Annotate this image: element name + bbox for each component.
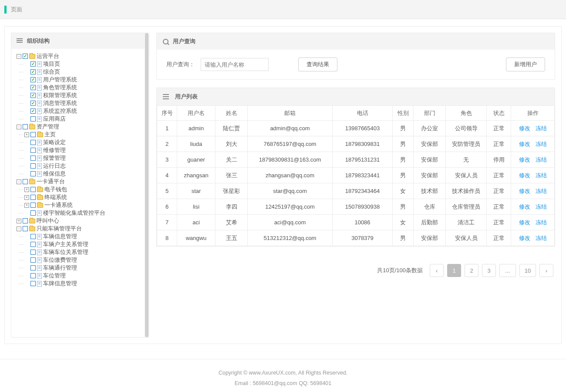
tree-item-label[interactable]: 一卡通平台 <box>37 178 65 186</box>
tree-item-label[interactable]: 消息管理系统 <box>43 99 77 107</box>
tree-checkbox[interactable] <box>30 116 36 122</box>
tree-item-label[interactable]: 维修管理 <box>43 146 66 154</box>
tree-checkbox[interactable] <box>23 218 28 223</box>
file-icon <box>37 242 42 247</box>
tree-checkbox[interactable] <box>30 242 36 247</box>
tree-checkbox[interactable] <box>30 273 36 278</box>
tree-item-label[interactable]: 维保信息 <box>43 170 66 178</box>
tree-item-label[interactable]: 一卡通系统 <box>44 201 73 209</box>
tree-checkbox[interactable] <box>23 179 28 184</box>
tree-item-label[interactable]: 车辆户主关系管理 <box>43 240 88 248</box>
tree-item-label[interactable]: 车位管理 <box>43 272 66 280</box>
tree-item-label[interactable]: 呼叫中心 <box>37 217 59 225</box>
tree-item-label[interactable]: 用户管理系统 <box>43 76 77 84</box>
tree-checkbox[interactable] <box>30 155 36 161</box>
org-tree[interactable]: -运营平台项目页综合页用户管理系统角色管理系统权限管理系统消息管理系统系统监控系… <box>14 52 146 287</box>
tree-checkbox[interactable] <box>30 265 36 270</box>
tree-item-label[interactable]: 车位缴费管理 <box>43 256 77 264</box>
tree-item-label[interactable]: 系统监控系统 <box>43 107 77 115</box>
pager-page[interactable]: 1 <box>447 264 461 277</box>
scrollbar[interactable] <box>145 33 149 337</box>
edit-link[interactable]: 修改 <box>519 235 530 241</box>
scrollbar-thumb[interactable] <box>145 33 148 337</box>
tree-checkbox[interactable] <box>23 226 28 231</box>
pager-page[interactable]: 10 <box>519 264 536 277</box>
search-input[interactable] <box>201 58 269 71</box>
freeze-link[interactable]: 冻结 <box>536 141 547 147</box>
tree-item-label[interactable]: 项目页 <box>43 60 60 68</box>
tree-checkbox[interactable] <box>30 281 36 286</box>
edit-link[interactable]: 修改 <box>519 125 530 132</box>
pager-page[interactable]: 3 <box>482 264 496 277</box>
tree-checkbox[interactable] <box>30 93 36 98</box>
edit-link[interactable]: 修改 <box>519 172 530 179</box>
tree-checkbox[interactable] <box>30 250 36 255</box>
tree-checkbox[interactable] <box>30 85 36 90</box>
tree-item-label[interactable]: 主页 <box>44 131 56 139</box>
tree-checkbox[interactable] <box>23 124 28 129</box>
edit-link[interactable]: 修改 <box>519 156 530 163</box>
tree-item-label[interactable]: 车辆车位关系管理 <box>43 248 88 256</box>
tree-checkbox[interactable] <box>30 234 36 239</box>
tree-checkbox[interactable] <box>30 77 36 82</box>
add-user-button[interactable]: 新增用户 <box>506 57 545 71</box>
tree-checkbox[interactable] <box>30 148 36 153</box>
tree-checkbox[interactable] <box>30 140 36 145</box>
tree-toggler[interactable]: + <box>24 203 29 208</box>
freeze-link[interactable]: 冻结 <box>536 172 547 179</box>
edit-link[interactable]: 修改 <box>519 188 530 194</box>
tree-item-label[interactable]: 综合页 <box>43 68 60 76</box>
tree-toggler[interactable]: - <box>17 226 21 231</box>
tree-checkbox[interactable] <box>30 171 36 176</box>
freeze-link[interactable]: 冻结 <box>536 188 547 194</box>
edit-link[interactable]: 修改 <box>519 141 530 147</box>
tree-toggler[interactable]: + <box>17 219 21 223</box>
tree-checkbox[interactable] <box>30 163 36 169</box>
tree-item-label[interactable]: 电子钱包 <box>44 186 67 193</box>
tree-checkbox[interactable] <box>30 132 36 137</box>
tree-checkbox[interactable] <box>30 187 36 192</box>
freeze-link[interactable]: 冻结 <box>536 125 547 132</box>
tree-toggler[interactable]: + <box>24 132 29 137</box>
tree-checkbox[interactable] <box>30 69 36 74</box>
tree-item-label[interactable]: 策略设定 <box>43 139 66 146</box>
pager-page[interactable]: 2 <box>465 264 478 277</box>
tree-checkbox[interactable] <box>30 210 36 216</box>
tree-toggler[interactable]: + <box>24 187 29 192</box>
freeze-link[interactable]: 冻结 <box>536 235 547 241</box>
tree-checkbox[interactable] <box>30 195 36 200</box>
tree-item-label[interactable]: 终端系统 <box>44 193 67 201</box>
freeze-link[interactable]: 冻结 <box>536 156 547 163</box>
tree-toggler[interactable]: - <box>17 125 21 129</box>
edit-link[interactable]: 修改 <box>519 219 530 226</box>
tree-checkbox[interactable] <box>30 108 36 114</box>
tree-item-label[interactable]: 资产管理 <box>37 123 59 131</box>
tree-item-label[interactable]: 角色管理系统 <box>43 84 77 91</box>
tree-toggler[interactable]: + <box>24 195 29 200</box>
tree-toggler[interactable]: - <box>17 179 21 184</box>
pager-next[interactable]: › <box>539 264 553 277</box>
tree-checkbox[interactable] <box>30 101 36 106</box>
tree-checkbox[interactable] <box>30 61 36 67</box>
tree-item-label[interactable]: 应用商店 <box>43 115 66 123</box>
tree-item-label[interactable]: 权限管理系统 <box>43 91 77 99</box>
tree-item-label[interactable]: 运营平台 <box>37 52 59 60</box>
tree-item-label[interactable]: 只能车辆管理平台 <box>37 225 82 233</box>
tree-toggler[interactable]: - <box>17 54 21 59</box>
edit-link[interactable]: 修改 <box>519 203 530 210</box>
tree-checkbox[interactable] <box>30 203 36 208</box>
freeze-link[interactable]: 冻结 <box>536 203 547 210</box>
query-button[interactable]: 查询结果 <box>298 57 337 71</box>
pager-prev[interactable]: ‹ <box>430 264 444 277</box>
tree-item-label[interactable]: 报警管理 <box>43 154 66 162</box>
tree-item-label[interactable]: 车牌信息管理 <box>43 280 77 287</box>
tree-item-label[interactable]: 车辆通行管理 <box>43 264 77 272</box>
file-icon <box>37 155 42 161</box>
tree-item-label[interactable]: 楼宇智能化集成管控平台 <box>43 209 105 217</box>
freeze-link[interactable]: 冻结 <box>536 219 547 226</box>
tree-checkbox[interactable] <box>30 257 36 263</box>
tree-item-label[interactable]: 车辆信息管理 <box>43 233 77 240</box>
tree-item-label[interactable]: 运行日志 <box>43 162 66 170</box>
pager-page[interactable]: ... <box>499 264 516 277</box>
tree-checkbox[interactable] <box>23 54 28 59</box>
